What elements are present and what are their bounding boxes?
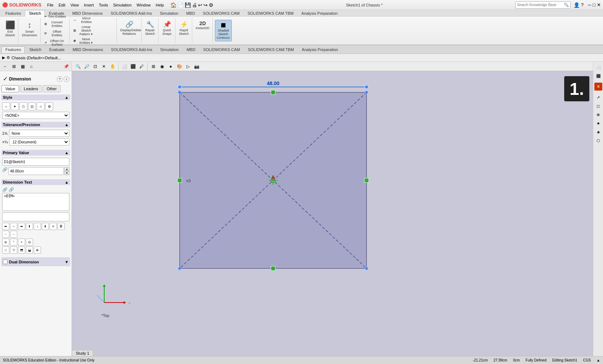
precision-dropdown[interactable]: .12 (Document) xyxy=(9,138,69,146)
style-btn-3[interactable]: ⚝ xyxy=(19,102,27,110)
circle-plus-btn[interactable]: ⊕ xyxy=(34,246,41,254)
menu-file[interactable]: File xyxy=(45,2,56,8)
rp-btn2[interactable]: ◻ xyxy=(594,102,602,110)
tab-sketch[interactable]: Sketch xyxy=(25,10,45,17)
align-middle-btn[interactable]: ↕ xyxy=(34,223,41,230)
feature-tab-features[interactable]: Features xyxy=(1,46,25,53)
menu-simulation[interactable]: Simulation xyxy=(111,2,134,8)
half-fill2-btn[interactable]: ⬓ xyxy=(26,246,33,254)
primary-value-input[interactable] xyxy=(8,167,64,175)
tab-sw-cam-tbm[interactable]: SOLIDWORKS CAM TBM xyxy=(244,10,298,16)
tab-mbd[interactable]: MBD xyxy=(182,10,199,16)
tab-value[interactable]: Value xyxy=(1,85,19,92)
offset-entities-button[interactable]: ⟳ Offset Entities xyxy=(43,29,68,38)
feature-tab-mbd[interactable]: MBD Dimensions xyxy=(69,47,107,52)
tab-sw-cam[interactable]: SOLIDWORKS CAM xyxy=(199,10,244,16)
dimension-text-area[interactable]: <DIM> xyxy=(2,193,69,211)
style-btn-1[interactable]: ↔ xyxy=(2,102,10,110)
drawing-area[interactable]: 48.00 xyxy=(72,73,593,356)
close-icon[interactable]: ✕ xyxy=(597,2,601,8)
study-tab[interactable]: Study 1 xyxy=(72,350,93,356)
tab-simulation[interactable]: Simulation xyxy=(156,10,182,16)
pan-btn[interactable]: ✋ xyxy=(109,63,116,70)
minimize-icon[interactable]: ─ xyxy=(588,2,591,8)
status-expand-icon[interactable]: ▲ xyxy=(597,358,600,362)
display-delete-button[interactable]: 🔗 Display/DeleteRelations xyxy=(119,20,140,41)
align-left-btn[interactable]: ⬅ xyxy=(2,223,9,230)
text-wrap2-btn[interactable]: ··· xyxy=(10,231,17,238)
dimension-text-section-header[interactable]: Dimension Text ▲ xyxy=(1,179,70,185)
shaded-btn[interactable]: ⬛ xyxy=(129,63,137,70)
rp-btn3[interactable]: ⊕ xyxy=(594,111,602,119)
spinner-up[interactable]: ▲ xyxy=(64,167,69,171)
feature-tab-swcam[interactable]: SOLIDWORKS CAM xyxy=(200,47,244,52)
appearance-btn[interactable]: 🎨 xyxy=(175,63,183,70)
panel-expand-icon[interactable]: ⊞ xyxy=(10,63,18,70)
zoom-out-btn[interactable]: 🔎 xyxy=(83,63,91,70)
instant2d-button[interactable]: 2D Instant2D xyxy=(194,20,211,41)
tab-features[interactable]: Features xyxy=(1,10,25,16)
feature-tab-analysis[interactable]: Analysis Preparation xyxy=(298,47,342,52)
linear-sketch-pattern-button[interactable]: ⊞ Linear Sketch Pattern ▾ xyxy=(72,24,115,37)
exit-sketch-button[interactable]: ⬛ ExitSketch xyxy=(4,20,17,41)
tab-sw-addins[interactable]: SOLIDWORKS Add-Ins xyxy=(107,10,156,16)
panel-filter-icon[interactable]: ▦ xyxy=(19,63,27,70)
menu-insert[interactable]: Insert xyxy=(82,2,96,8)
rp-btn5[interactable]: ◈ xyxy=(594,128,602,136)
style-section-header[interactable]: Style ▲ xyxy=(1,95,70,100)
text-wrap1-btn[interactable]: ··· xyxy=(2,231,9,238)
half-fill1-btn[interactable]: ⬒ xyxy=(18,246,25,254)
menu-window[interactable]: Window xyxy=(134,2,153,8)
text-center-btn[interactable]: ≣ xyxy=(57,223,65,230)
tab-leaders[interactable]: Leaders xyxy=(20,85,42,92)
feature-tab-sw-addins[interactable]: SOLIDWORKS Add-Ins xyxy=(107,47,156,52)
style-dropdown[interactable]: <NONE> xyxy=(2,112,69,119)
repair-sketch-button[interactable]: 🔧 RepairSketch xyxy=(144,20,157,41)
rp-expand-btn[interactable]: ⬛ xyxy=(594,72,602,80)
dim-text-link-icon[interactable]: 🔗 xyxy=(2,187,8,192)
arrow-icon[interactable]: ← xyxy=(1,63,9,70)
zoom-in-btn[interactable]: 🔍 xyxy=(74,63,82,70)
rp-btn4[interactable]: ★ xyxy=(594,119,602,127)
convert-entities-button[interactable]: ⚙ Convert Entities xyxy=(43,20,68,28)
tolerance-section-header[interactable]: Tolerance/Precision ▲ xyxy=(1,122,70,128)
square-btn[interactable]: □ xyxy=(2,246,9,254)
menu-edit[interactable]: Edit xyxy=(56,2,68,8)
help-icon[interactable]: ? xyxy=(581,2,584,8)
link-icon[interactable]: 🔗 xyxy=(2,167,8,175)
zoom-fit-btn[interactable]: ⊡ xyxy=(91,63,99,70)
rp-btn6[interactable]: ⬡ xyxy=(594,137,602,144)
save-icon[interactable]: 💾 xyxy=(185,2,191,8)
rp-resize-btn[interactable]: ⬜ xyxy=(594,63,602,71)
tab-analysis-prep[interactable]: Analysis Preparation xyxy=(298,10,342,16)
check-button[interactable]: ✓ xyxy=(3,75,8,82)
view-orientation-btn[interactable]: ◉ xyxy=(158,63,166,70)
style-btn-6[interactable]: ⚙ xyxy=(45,102,53,110)
feature-tab-evaluate[interactable]: Evaluate xyxy=(46,47,68,52)
degree-btn[interactable]: ° xyxy=(10,239,17,246)
search-box[interactable]: 🔍 xyxy=(515,1,571,9)
feature-tab-swcam-tbm[interactable]: SOLIDWORKS CAM TBM xyxy=(244,47,298,52)
tab-other[interactable]: Other xyxy=(43,85,61,92)
rotate-btn[interactable]: ✕ xyxy=(100,63,108,70)
tab-mbd-dimensions[interactable]: MBD Dimensions xyxy=(68,10,107,16)
dimension-text-area2[interactable] xyxy=(2,212,69,221)
print-icon[interactable]: 🖨 xyxy=(192,2,197,8)
align-center-btn[interactable]: ↔ xyxy=(10,223,17,230)
offset-on-surface-button[interactable]: ↗ Offset On Surface xyxy=(43,38,68,47)
dual-dim-checkbox[interactable] xyxy=(3,259,8,264)
quick-snaps-button[interactable]: 📌 QuickSnaps xyxy=(161,20,174,41)
omega-btn[interactable]: Ω xyxy=(26,239,33,246)
style-btn-2[interactable]: ✦ xyxy=(11,102,19,110)
section-view-btn[interactable]: ⊞ xyxy=(149,63,157,70)
feature-tab-mbd2[interactable]: MBD xyxy=(183,47,199,52)
align-bottom-btn[interactable]: ⬇ xyxy=(42,223,49,230)
dim-text-link2-icon[interactable]: 🔗 xyxy=(9,187,14,192)
plus-btn[interactable]: + xyxy=(18,239,25,246)
new-icon[interactable]: 📄 xyxy=(178,2,184,8)
view-settings-btn[interactable]: ● xyxy=(167,63,175,70)
feature-tab-simulation[interactable]: Simulation xyxy=(157,47,182,52)
style-btn-4[interactable]: ⊡ xyxy=(28,102,36,110)
shaded-contours-button[interactable]: ◼ ShadedSketchContours xyxy=(215,20,232,41)
rp-btn1[interactable]: ↗ xyxy=(594,93,602,101)
